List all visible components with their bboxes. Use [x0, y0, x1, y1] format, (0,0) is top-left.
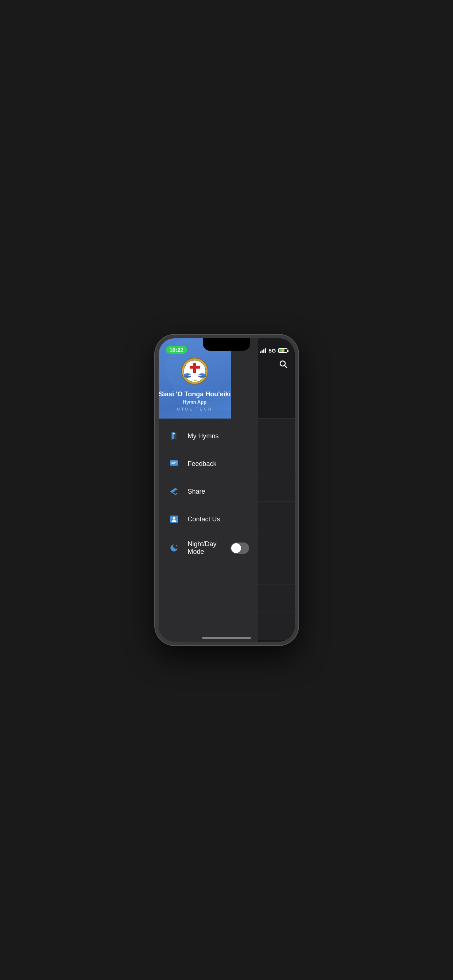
- right-list-item-8: [258, 612, 295, 640]
- svg-point-15: [177, 547, 177, 547]
- right-list-item-4: [258, 502, 295, 530]
- svg-rect-8: [170, 460, 178, 466]
- menu-item-share[interactable]: Share: [159, 477, 258, 505]
- app-subtitle: Hymn App: [183, 399, 207, 405]
- svg-rect-5: [190, 366, 200, 369]
- contact-icon: [167, 512, 180, 526]
- signal-bars: [260, 348, 266, 353]
- my-hymns-label: My Hymns: [188, 433, 219, 440]
- signal-bar-2: [262, 350, 263, 353]
- menu-list: My Hymns Feedback: [159, 418, 258, 642]
- church-logo: 1929: [180, 356, 209, 386]
- svg-point-12: [172, 517, 175, 520]
- right-list-item-7: [258, 585, 295, 612]
- signal-bar-3: [263, 349, 265, 353]
- network-indicator: 5G: [268, 347, 276, 354]
- toggle-switch[interactable]: [231, 542, 249, 554]
- phone-frame: 10:22 5G ⚡: [155, 335, 298, 645]
- signal-bar-1: [260, 352, 261, 353]
- toggle-knob: [231, 543, 241, 553]
- battery-bolt: ⚡: [281, 349, 285, 353]
- notch: [203, 338, 250, 351]
- menu-item-night-day-mode[interactable]: Night/Day Mode: [159, 533, 258, 563]
- svg-point-7: [173, 433, 174, 434]
- menu-item-contact-us[interactable]: Contact Us: [159, 505, 258, 533]
- feedback-label: Feedback: [188, 460, 217, 468]
- screen-content: 1929 Siasi 'O Tonga Hou'eiki Hymn App UT…: [159, 338, 295, 642]
- right-list-item-3: [258, 474, 295, 502]
- right-list-item-6: [258, 557, 295, 585]
- app-brand: UTOL TECH: [177, 407, 213, 411]
- status-time: 10:22: [166, 346, 187, 354]
- share-label: Share: [188, 488, 205, 495]
- home-indicator: [202, 637, 251, 639]
- night-day-toggle[interactable]: [231, 542, 249, 554]
- svg-text:1929: 1929: [192, 380, 197, 382]
- night-day-mode-label: Night/Day Mode: [188, 540, 223, 555]
- app-title: Siasi 'O Tonga Hou'eiki: [159, 390, 231, 398]
- signal-bar-4: [265, 348, 266, 353]
- right-panel: [258, 338, 295, 642]
- comment-icon: [167, 457, 180, 470]
- battery-icon: ⚡: [278, 348, 287, 353]
- right-list-item-5: [258, 530, 295, 557]
- drawer: 1929 Siasi 'O Tonga Hou'eiki Hymn App UT…: [159, 338, 258, 642]
- moon-icon: [167, 541, 180, 555]
- svg-point-14: [175, 545, 177, 546]
- book-icon: [167, 430, 180, 442]
- right-list-item-2: [258, 446, 295, 474]
- search-icon[interactable]: [279, 360, 287, 371]
- menu-item-my-hymns[interactable]: My Hymns: [159, 422, 258, 450]
- right-list-item-1: [258, 418, 295, 446]
- svg-line-1: [284, 366, 287, 368]
- share-icon: [167, 485, 180, 498]
- status-right: 5G ⚡: [260, 347, 287, 354]
- contact-us-label: Contact Us: [188, 515, 220, 523]
- menu-item-feedback[interactable]: Feedback: [159, 450, 258, 477]
